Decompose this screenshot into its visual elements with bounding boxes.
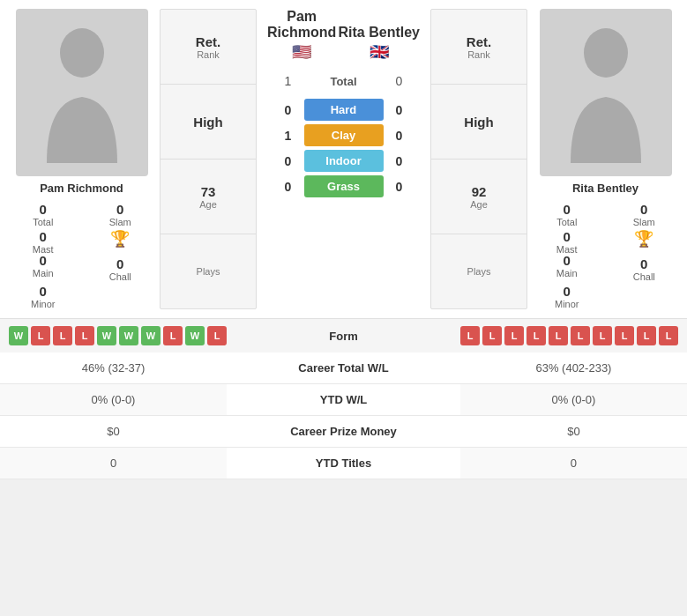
stats-row-2: $0 Career Prize Money $0 [0, 416, 687, 448]
stat-right-1: 0% (0-0) [460, 384, 687, 416]
right-player-name: Rita Bentley [572, 182, 638, 195]
main-container: Pam Richmond 0 Total 0 Slam 0 Mast 🏆 [0, 0, 687, 479]
right-player-section: Rita Bentley 0 Total 0 Slam 0 Mast 🏆 [533, 9, 678, 309]
stat-left-0: 46% (32-37) [0, 353, 227, 384]
left-stat-slam: 0 Slam [86, 202, 155, 227]
right-avatar-silhouette [562, 22, 650, 163]
left-stat-minor: 0 Minor [9, 284, 78, 309]
left-form-pill-9: L [207, 326, 227, 345]
right-form-pill-6: L [593, 326, 612, 345]
comp-left-2: 0 [278, 154, 299, 168]
left-form-pills: WLLLWWWLWL [9, 326, 305, 345]
stat-label-0: Career Total W/L [227, 353, 460, 384]
stats-table: 46% (32-37) Career Total W/L 63% (402-23… [0, 353, 687, 479]
right-stat-total: 0 Total [533, 202, 601, 227]
right-header-name: Rita Bentley [339, 25, 420, 41]
right-trophy-icon-area: 🏆 [610, 229, 679, 255]
left-form-pill-6: W [141, 326, 161, 345]
left-rank-block: Ret. Rank [161, 10, 256, 85]
form-section: WLLLWWWLWL Form LLLLLLLLLL [0, 318, 687, 353]
comp-tag-1: Clay [304, 124, 384, 146]
right-stat-minor: 0 Minor [533, 284, 601, 309]
left-form-pill-4: W [97, 326, 116, 345]
left-player-header: PamRichmond 🇺🇸 [267, 9, 336, 62]
left-header-name: PamRichmond [267, 9, 336, 41]
left-form-pill-2: L [53, 326, 72, 345]
right-form-pill-0: L [460, 326, 480, 345]
center-all: Ret. Rank High 73 Age Plays [160, 9, 527, 309]
comp-header-row: PamRichmond 🇺🇸 Rita Bentley 🇬🇧 [262, 9, 425, 62]
right-player-header: Rita Bentley 🇬🇧 [339, 25, 420, 62]
left-plays-block: Plays [161, 234, 256, 308]
right-form-pill-2: L [504, 326, 524, 345]
left-form-pill-3: L [75, 326, 94, 345]
stat-left-2: $0 [0, 416, 227, 448]
stat-label-3: YTD Titles [227, 448, 460, 479]
right-form-pills: LLLLLLLLLL [383, 326, 679, 345]
right-form-pill-9: L [659, 326, 678, 345]
stat-right-0: 63% (402-233) [460, 353, 687, 384]
left-form-pill-0: W [9, 326, 28, 345]
right-trophy-icon: 🏆 [634, 229, 653, 249]
svg-point-1 [584, 28, 628, 78]
right-player-stats: 0 Total 0 Slam 0 Mast 🏆 0 Main [533, 202, 678, 309]
comp-right-1: 0 [389, 129, 410, 143]
stats-row-1: 0% (0-0) YTD W/L 0% (0-0) [0, 384, 687, 416]
left-trophy-icon-area: 🏆 [86, 229, 155, 255]
right-form-pill-1: L [482, 326, 502, 345]
total-row: 1 Total 0 [262, 71, 425, 95]
comp-tag-2: Indoor [304, 150, 384, 172]
stats-row-3: 0 YTD Titles 0 [0, 448, 687, 479]
left-player-stats: 0 Total 0 Slam 0 Mast 🏆 0 Main [9, 202, 154, 309]
left-stat-mast: 0 Mast [9, 229, 78, 255]
right-mini-stats: Ret. Rank High 92 Age Plays [430, 9, 527, 309]
svg-point-0 [60, 28, 104, 78]
stat-label-2: Career Prize Money [227, 416, 460, 448]
stats-row-0: 46% (32-37) Career Total W/L 63% (402-23… [0, 353, 687, 384]
right-rank-block: Ret. Rank [431, 10, 526, 85]
comp-left-1: 1 [278, 129, 299, 143]
right-stat-slam: 0 Slam [610, 202, 679, 227]
left-header-flag: 🇺🇸 [267, 42, 336, 62]
left-stat-total: 0 Total [9, 202, 78, 227]
right-player-avatar [540, 9, 672, 176]
left-stat-main: 0 Main [9, 253, 78, 282]
right-form-pill-5: L [571, 326, 590, 345]
comp-center: PamRichmond 🇺🇸 Rita Bentley 🇬🇧 1 Total 0 [262, 9, 425, 309]
left-player-section: Pam Richmond 0 Total 0 Slam 0 Mast 🏆 [9, 9, 154, 309]
left-form-pill-1: L [31, 326, 50, 345]
stat-right-2: $0 [460, 416, 687, 448]
right-age-block: 92 Age [431, 160, 526, 234]
left-mini-stats: Ret. Rank High 73 Age Plays [160, 9, 257, 309]
comp-tag-0: Hard [304, 99, 384, 121]
left-form-pill-5: W [119, 326, 138, 345]
comp-left-3: 0 [278, 180, 299, 194]
left-form-pill-8: W [185, 326, 205, 345]
form-label: Form [309, 330, 379, 343]
right-high-block: High [431, 85, 526, 160]
right-total-val: 0 [389, 74, 410, 88]
right-form-pill-4: L [549, 326, 568, 345]
stat-left-1: 0% (0-0) [0, 384, 227, 416]
left-form-pill-7: L [163, 326, 183, 345]
comp-row-3: 0 Grass 0 [262, 174, 425, 199]
left-avatar-silhouette [38, 22, 126, 163]
right-stat-mast: 0 Mast [533, 229, 601, 255]
left-player-avatar [16, 9, 148, 176]
left-trophy-icon: 🏆 [110, 229, 130, 249]
right-stat-main: 0 Main [533, 253, 601, 282]
comp-left-0: 0 [278, 103, 299, 117]
left-total-val: 1 [278, 74, 299, 88]
left-stat-chall: 0 Chall [86, 256, 155, 282]
comp-right-3: 0 [389, 180, 410, 194]
comp-row-1: 1 Clay 0 [262, 122, 425, 148]
right-stat-chall: 0 Chall [610, 256, 679, 282]
stat-right-3: 0 [460, 448, 687, 479]
comp-rows-container: 0 Hard 0 1 Clay 0 0 Indoor 0 0 Grass 0 [262, 97, 425, 199]
comp-right-2: 0 [389, 154, 410, 168]
comp-row-0: 0 Hard 0 [262, 97, 425, 122]
right-form-pill-3: L [526, 326, 546, 345]
stat-label-1: YTD W/L [227, 384, 460, 416]
left-age-block: 73 Age [161, 160, 256, 234]
comp-tag-3: Grass [304, 175, 384, 197]
